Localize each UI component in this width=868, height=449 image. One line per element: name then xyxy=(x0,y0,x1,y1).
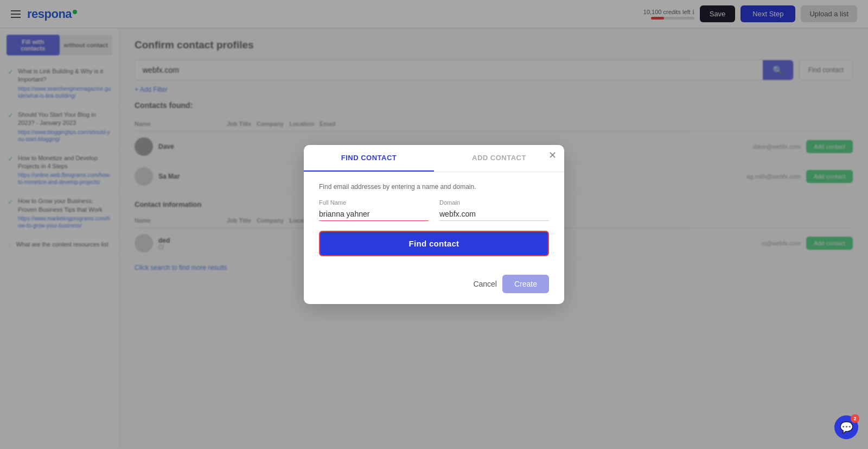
chat-badge: 2 xyxy=(851,414,859,423)
create-button[interactable]: Create xyxy=(502,275,549,293)
find-contact-button[interactable]: Find contact xyxy=(319,231,549,256)
cancel-button[interactable]: Cancel xyxy=(473,280,497,288)
fullname-input[interactable] xyxy=(319,207,429,221)
modal-tabs: FIND CONTACT ADD CONTACT ✕ xyxy=(304,145,564,172)
tab-add-contact[interactable]: ADD CONTACT xyxy=(434,145,564,172)
modal-footer: Cancel Create xyxy=(304,267,564,304)
modal-overlay[interactable]: FIND CONTACT ADD CONTACT ✕ Find email ad… xyxy=(0,0,868,449)
modal-body: Find email addresses by entering a name … xyxy=(304,172,564,267)
domain-field-group: Domain xyxy=(439,199,549,221)
modal-header: FIND CONTACT ADD CONTACT ✕ xyxy=(304,145,564,172)
modal-close-button[interactable]: ✕ xyxy=(548,150,557,160)
domain-input[interactable] xyxy=(439,207,549,221)
modal-fields: Full Name Domain xyxy=(319,199,549,221)
tab-find-contact[interactable]: FIND CONTACT xyxy=(304,145,434,172)
fullname-label: Full Name xyxy=(319,199,429,206)
chat-bubble[interactable]: 💬 2 xyxy=(834,415,858,439)
find-contact-modal: FIND CONTACT ADD CONTACT ✕ Find email ad… xyxy=(304,145,564,304)
modal-description: Find email addresses by entering a name … xyxy=(319,183,549,191)
fullname-field-group: Full Name xyxy=(319,199,429,221)
domain-label: Domain xyxy=(439,199,549,206)
